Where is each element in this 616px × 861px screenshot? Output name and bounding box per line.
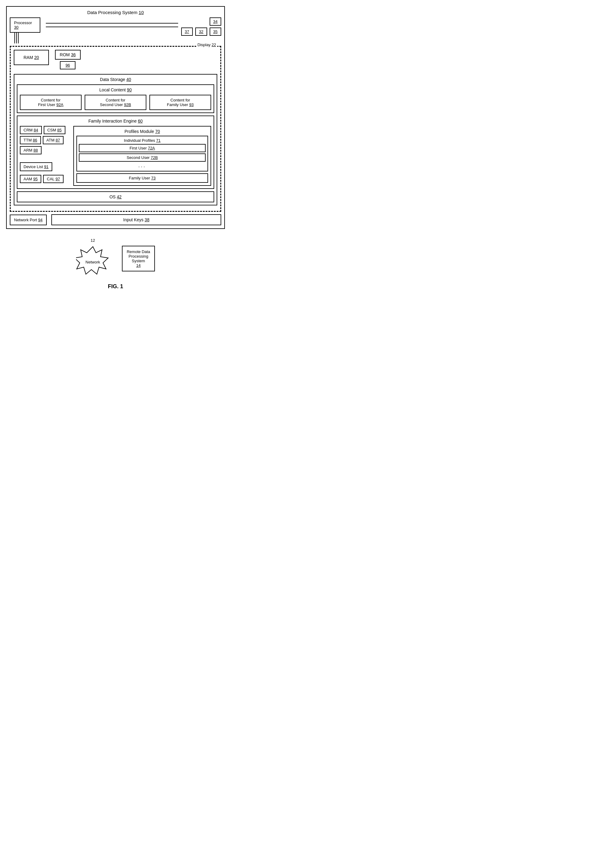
rom-label: ROM xyxy=(60,52,70,57)
network-label: Network xyxy=(86,260,100,264)
local-content-title: Local Content 90 xyxy=(20,87,211,92)
aam-ref: 95 xyxy=(33,177,38,181)
family-user-ref: 73 xyxy=(151,176,156,180)
display-label: Display 22 xyxy=(196,42,217,47)
fie-ref: 60 xyxy=(138,119,143,123)
dots: ... xyxy=(79,163,206,168)
crm-ref: 84 xyxy=(34,128,38,132)
data-storage-box: Data Storage 40 Local Content 90 Content… xyxy=(14,74,217,205)
profiles-label: Profiles Module xyxy=(125,129,154,134)
network-port-label: Network Port xyxy=(14,217,37,222)
component-34: 34 xyxy=(210,17,221,26)
network-port-ref: 94 xyxy=(38,217,42,222)
cal-box: CAL 97 xyxy=(43,175,64,183)
os-label: OS xyxy=(109,194,115,199)
ram-box: RAM 20 xyxy=(14,50,49,65)
device-list-label: Device List xyxy=(24,164,43,169)
fig-label: FIG. 1 xyxy=(6,283,225,290)
dps-title-text: Data Processing System xyxy=(87,10,137,15)
comp32-ref: 32 xyxy=(199,29,203,34)
csm-box: CSM 85 xyxy=(44,126,65,134)
ram-ref: 20 xyxy=(34,55,39,60)
processor-label: Processor xyxy=(14,20,36,25)
bottom-row: Network Port 94 Input Keys 38 xyxy=(10,214,221,225)
aam-box: AAM 95 xyxy=(20,175,41,183)
content-second-user: Content forSecond User 92B xyxy=(85,95,146,110)
cal-ref: 97 xyxy=(56,177,60,181)
individual-profiles-box: Individual Profiles 71 First User 72A Se… xyxy=(76,136,208,172)
second-user-profile: Second User 72B xyxy=(79,153,206,162)
component-32: 32 xyxy=(195,27,207,36)
atm-box: ATM 87 xyxy=(43,136,64,144)
device-list-box: Device List 91 xyxy=(20,162,52,171)
dots-text: ... xyxy=(138,163,146,168)
ind-profiles-label: Individual Profiles xyxy=(124,138,155,143)
comp35-ref: 35 xyxy=(213,29,218,34)
data-storage-title: Data Storage 40 xyxy=(17,77,214,82)
arm-box: ARM 88 xyxy=(20,146,42,154)
local-content-label: Local Content xyxy=(99,87,126,92)
rom-box: ROM 36 xyxy=(55,50,81,60)
os-box: OS 42 xyxy=(17,191,214,202)
module-row-3: ARM 88 xyxy=(20,146,69,154)
device-list-ref: 91 xyxy=(44,164,48,169)
data-storage-ref: 40 xyxy=(126,77,131,82)
rdps-ref: 14 xyxy=(136,263,141,268)
rdps-box: Remote DataProcessingSystem14 xyxy=(122,246,155,271)
processor-ref: 30 xyxy=(14,25,18,30)
family-user-label: Family User xyxy=(129,176,150,180)
ttm-box: TTM 86 xyxy=(20,136,41,144)
ttm-ref: 86 xyxy=(33,138,37,142)
arm-ref: 88 xyxy=(34,148,38,153)
display-area: Display 22 RAM 20 ROM 36 96 xyxy=(10,46,221,212)
rom-inner-ref: 96 xyxy=(65,63,70,68)
individual-profiles-title: Individual Profiles 71 xyxy=(79,138,206,143)
rom-ref: 36 xyxy=(71,52,76,57)
fig-text: FIG. 1 xyxy=(108,283,123,290)
display-text: Display xyxy=(197,42,211,47)
display-ref: 22 xyxy=(212,42,216,47)
network-section: 12 Network Remote DataProcessingSystem14 xyxy=(6,238,225,279)
network-port-box: Network Port 94 xyxy=(10,214,47,225)
profiles-box: Profiles Module 70 Individual Profiles 7… xyxy=(73,126,211,186)
fie-box: Family Interaction Engine 60 CRM 84 CSM … xyxy=(17,115,214,189)
network-ref-label: 12 xyxy=(90,238,95,243)
fie-inner: CRM 84 CSM 85 TTM 86 xyxy=(20,126,211,186)
content-items-row: Content forFirst User 92A Content forSec… xyxy=(20,95,211,110)
input-keys-label: Input Keys xyxy=(123,217,143,222)
network-group: 12 Network xyxy=(76,238,110,279)
content-family-user: Content forFamily User 93 xyxy=(149,95,211,110)
component-37: 37 xyxy=(181,27,193,36)
local-content-box: Local Content 90 Content forFirst User 9… xyxy=(17,84,214,113)
content-first-user: Content forFirst User 92A xyxy=(20,95,82,110)
input-keys-ref: 38 xyxy=(145,217,149,222)
first-user-profile-ref: 72A xyxy=(148,146,155,150)
csm-ref: 85 xyxy=(57,128,61,132)
ram-label: RAM xyxy=(24,55,33,60)
data-storage-label: Data Storage xyxy=(100,77,125,82)
dps-title: Data Processing System 10 xyxy=(10,10,221,15)
comp34-ref: 34 xyxy=(213,19,218,24)
dps-ref: 10 xyxy=(139,10,144,15)
second-user-profile-ref: 72B xyxy=(151,155,158,160)
network-ref: 12 xyxy=(90,238,95,243)
fie-left: CRM 84 CSM 85 TTM 86 xyxy=(20,126,69,186)
fie-right: Profiles Module 70 Individual Profiles 7… xyxy=(73,126,211,186)
content-family-ref: 93 xyxy=(189,102,193,107)
atm-ref: 87 xyxy=(56,138,60,142)
fie-label: Family Interaction Engine xyxy=(88,119,137,123)
dps-box: Data Processing System 10 Processor 30 xyxy=(6,6,225,229)
component-35: 35 xyxy=(210,27,221,36)
module-row-2: TTM 86 ATM 87 xyxy=(20,136,69,144)
module-row-1: CRM 84 CSM 85 xyxy=(20,126,69,134)
ind-profiles-ref: 71 xyxy=(156,138,160,143)
family-user-box: Family User 73 xyxy=(76,173,208,183)
input-keys-box: Input Keys 38 xyxy=(51,214,221,225)
network-star-group: Network xyxy=(76,245,110,279)
comp37-ref: 37 xyxy=(185,29,189,34)
module-row-4: AAM 95 CAL 97 xyxy=(20,175,69,183)
processor-box: Processor 30 xyxy=(10,17,40,33)
rom-inner-box: 96 xyxy=(60,61,75,69)
memory-row: RAM 20 ROM 36 96 xyxy=(14,50,217,69)
content-first-ref: 92A xyxy=(56,102,63,107)
